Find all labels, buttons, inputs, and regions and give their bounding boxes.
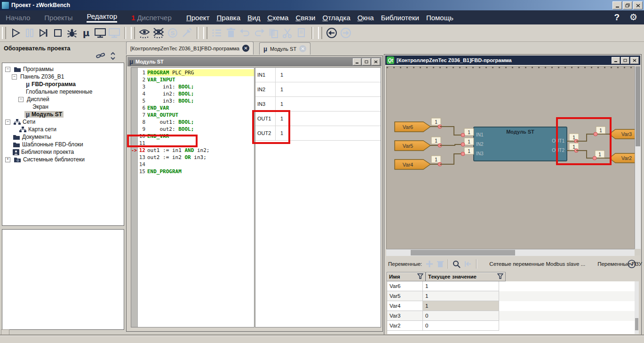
tab-close-icon[interactable]: ✕ [299, 45, 306, 52]
variables-scrollbar[interactable] [635, 281, 639, 334]
collapse-all-icon[interactable] [110, 52, 116, 62]
collapse-icon[interactable]: − [12, 74, 17, 80]
code-line-2[interactable]: 2VAR_INPUT [131, 76, 254, 83]
menu-item-Правка[interactable]: Правка [216, 14, 240, 22]
code-line-11[interactable]: 11 [131, 140, 254, 147]
delete-variable-icon[interactable] [437, 260, 444, 268]
tree-item-Глобальные-переменные[interactable]: Глобальные переменные [2, 88, 124, 96]
watch-row-IN2[interactable]: IN21 [255, 82, 381, 97]
fbd-horizontal-scrollbar[interactable] [386, 249, 635, 256]
monitor-off-icon[interactable] [107, 26, 121, 40]
sync-icon[interactable]: S [166, 26, 180, 40]
monitor-icon[interactable] [93, 26, 107, 40]
back-icon[interactable] [325, 26, 339, 40]
menu-item-Диспетчер[interactable]: 1Диспетчер [131, 14, 172, 22]
copy-icon[interactable] [294, 26, 309, 40]
menu-item-Редактор[interactable]: Редактор [87, 12, 117, 23]
gear-icon[interactable]: ⚙ [629, 10, 637, 24]
link-icon[interactable] [96, 52, 105, 62]
tree-item-Системные-библиотеки[interactable]: +Системные библиотеки [2, 156, 124, 163]
menu-item-Окна[interactable]: Окна [358, 14, 374, 22]
tree-item-Сети[interactable]: −Сети [2, 118, 124, 126]
column-header-value[interactable]: Текущее значение [426, 272, 506, 281]
watch-add-icon[interactable] [137, 26, 151, 40]
code-line-14[interactable]: 14 [131, 161, 254, 168]
menu-item-Связи[interactable]: Связи [295, 14, 315, 22]
rom-variables-link[interactable]: Переменные ПЗУ ... [597, 261, 644, 267]
variable-row-Var3[interactable]: Var30 [387, 311, 639, 321]
add-variable-icon[interactable] [426, 260, 433, 268]
code-line-12[interactable]: ->12out1 := in1 AND in2; [131, 147, 254, 154]
fbd-module-block[interactable]: Модуль STIN1IN2IN3OUT1OUT2 [474, 127, 567, 161]
st-window-titlebar[interactable]: µ Модуль ST [127, 57, 382, 66]
st-maximize-button[interactable] [362, 58, 371, 65]
filter-funnel-icon[interactable] [417, 273, 423, 280]
fbd-maximize-button[interactable] [621, 57, 629, 64]
tree-item-Экран[interactable]: Экран [2, 103, 124, 111]
st-close-button[interactable] [372, 58, 380, 65]
code-line-5[interactable]: 5 in3: BOOL; [131, 97, 254, 104]
watch-row-OUT1[interactable]: OUT11 [255, 112, 381, 126]
fbd-vertical-scrollbar[interactable] [635, 66, 641, 249]
mu-editor-icon[interactable]: µ [79, 26, 93, 40]
fbd-minimize-button[interactable] [612, 57, 620, 64]
watch-row-IN3[interactable]: IN31 [255, 97, 381, 112]
menu-item-Помощь[interactable]: Помощь [426, 14, 453, 22]
collapse-icon[interactable]: − [5, 67, 10, 72]
st-minimize-button[interactable] [353, 58, 361, 65]
forward-icon[interactable] [339, 26, 353, 40]
watch-row-OUT2[interactable]: OUT21 [255, 126, 381, 141]
code-line-3[interactable]: 3 in1: BOOL; [131, 83, 254, 90]
collapse-icon[interactable]: − [18, 97, 24, 102]
stop-icon[interactable] [51, 26, 65, 40]
expand-icon[interactable]: + [5, 157, 10, 162]
code-lines[interactable]: 1PROGRAM PLC_PRG2VAR_INPUT3 in1: BOOL;4 … [131, 69, 254, 175]
tree-item-Дисплей[interactable]: −Дисплей [2, 96, 124, 103]
variable-row-Var6[interactable]: Var61 [387, 281, 639, 291]
tree-item-FBD-программа[interactable]: µFBD-программа [2, 80, 124, 88]
cut-icon[interactable] [280, 26, 294, 40]
column-header-name[interactable]: Имя [387, 272, 426, 281]
collapse-icon[interactable]: − [5, 120, 10, 125]
code-line-15[interactable]: 15END_PROGRAM [131, 168, 254, 175]
variable-row-Var5[interactable]: Var51 [387, 291, 639, 301]
menu-item-Начало[interactable]: Начало [6, 14, 30, 22]
search-icon[interactable] [453, 260, 461, 268]
code-line-6[interactable]: 6END_VAR [131, 104, 254, 112]
tree-item-Библиотеки-проекта[interactable]: Библиотеки проекта [2, 148, 124, 156]
close-button[interactable] [633, 1, 643, 9]
tab-close-icon[interactable]: ✕ [242, 45, 249, 52]
tree-item-Шаблонные-FBD-блоки[interactable]: Шаблонные FBD-блоки [2, 141, 124, 148]
undo-icon[interactable] [238, 26, 252, 40]
chevron-down-icon[interactable] [628, 260, 636, 269]
fbd-canvas[interactable]: Var61Var51Var41Модуль STIN1IN2IN3OUT1OUT… [386, 66, 636, 250]
tab-module-st[interactable]: µМодуль ST✕ [259, 42, 310, 55]
code-line-8[interactable]: 8 out1: BOOL; [131, 119, 254, 126]
help-menu[interactable]: ? [614, 10, 620, 24]
filter-funnel-icon[interactable] [497, 273, 503, 280]
code-line-7[interactable]: 7VAR_OUTPUT [131, 112, 254, 119]
tree-item-Программы[interactable]: −Программы [2, 65, 124, 73]
paste-icon[interactable] [266, 26, 280, 40]
restore-button[interactable] [623, 1, 632, 9]
code-line-1[interactable]: 1PROGRAM PLC_PRG [131, 69, 254, 76]
tree-item-Карта-сети[interactable]: Карта сети [2, 126, 124, 133]
menu-item-Вид[interactable]: Вид [247, 14, 260, 22]
tree-item-Документы[interactable]: Документы [2, 133, 124, 141]
network-variables-link[interactable]: Сетевые переменные Modbus slave ... [489, 261, 585, 267]
watch-remove-icon[interactable] [151, 26, 166, 40]
attach-icon[interactable] [464, 261, 472, 267]
menu-item-Схема[interactable]: Схема [267, 14, 288, 22]
pause-icon[interactable] [23, 26, 37, 40]
step-icon[interactable] [37, 26, 51, 40]
variable-row-Var4[interactable]: Var41 [387, 301, 639, 311]
resize-grip[interactable] [1, 329, 9, 335]
fbd-close-button[interactable] [630, 57, 639, 64]
variable-row-Var2[interactable]: Var20 [387, 321, 639, 331]
minimize-button[interactable] [612, 1, 622, 9]
code-line-4[interactable]: 4 in2: BOOL; [131, 90, 254, 97]
run-icon[interactable] [8, 26, 23, 40]
delete-icon[interactable] [224, 26, 238, 40]
menu-item-Проект[interactable]: Проект [186, 14, 209, 22]
debug-icon[interactable] [65, 26, 79, 40]
